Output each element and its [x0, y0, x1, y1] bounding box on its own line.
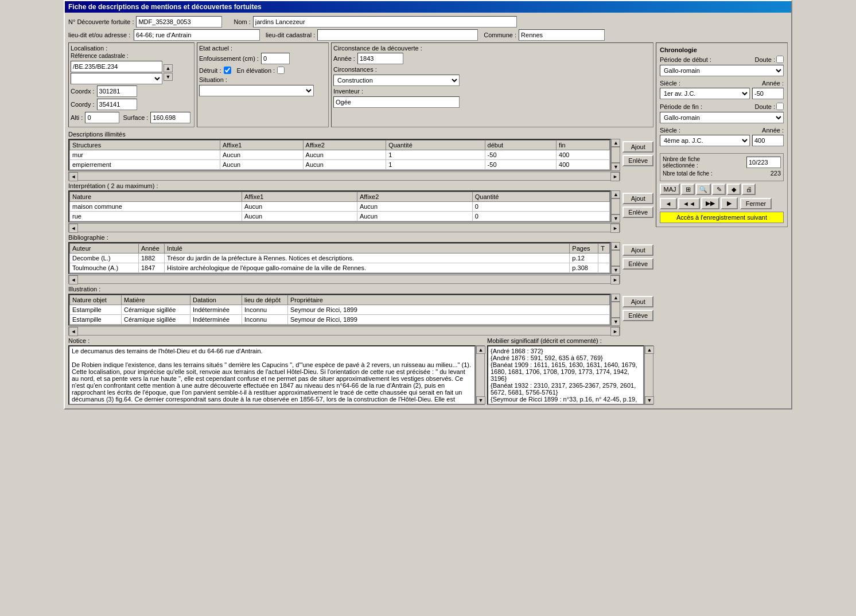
detruit-label: Détruit : — [199, 67, 221, 74]
desc-col-structures: Structures — [70, 141, 220, 150]
reference-select[interactable] — [71, 73, 162, 84]
table-cell: 1847 — [139, 263, 165, 273]
table-cell: 0 — [472, 202, 610, 212]
table-row[interactable]: EstampilleCéramique sigilléeIndéterminée… — [70, 305, 610, 315]
reference-down-btn[interactable]: ▼ — [164, 73, 173, 81]
surface-input[interactable] — [150, 112, 190, 123]
maj-btn[interactable]: MAJ — [660, 184, 680, 195]
decouverte-input[interactable] — [136, 16, 222, 28]
illustration-enleve-btn[interactable]: Enlève — [622, 310, 653, 321]
annee-input[interactable] — [357, 53, 403, 64]
lieu-dit-input[interactable] — [134, 29, 260, 41]
situation-select[interactable] — [199, 85, 314, 96]
search-icon-btn[interactable]: 🔍 — [696, 184, 711, 195]
table-row[interactable]: Decombe (L.)1882Trésor du jardin de la p… — [70, 254, 610, 263]
acces-enregistrement[interactable]: Accès à l'enregistrement suivant — [660, 212, 784, 223]
periode-fin-select[interactable]: Gallo-romain — [660, 112, 784, 123]
circonstances-select[interactable]: Construction — [333, 75, 460, 86]
table-row[interactable]: EstampilleCéramique sigilléeIndéterminée… — [70, 315, 610, 325]
decouverte-label: N° Découverte fortuite : — [68, 18, 134, 25]
reference-up-btn[interactable]: ▲ — [164, 64, 173, 72]
illus-scroll-left[interactable]: ◄ — [69, 327, 78, 336]
print-icon-btn[interactable]: 🖨 — [742, 184, 756, 195]
nom-label: Nom : — [234, 18, 250, 25]
interp-scroll-left[interactable]: ◄ — [69, 224, 78, 233]
bibliographie-enleve-btn[interactable]: Enlève — [622, 258, 653, 270]
interpretation-enleve-btn[interactable]: Enlève — [622, 206, 653, 218]
interpretation-ajout-btn[interactable]: Ajout — [622, 193, 653, 204]
commune-input[interactable] — [519, 29, 605, 41]
bib-scroll-left[interactable]: ◄ — [69, 275, 78, 284]
doute-fin-label: Doute : — [755, 103, 775, 110]
desc-scroll-down[interactable]: ▼ — [611, 163, 620, 171]
nav-prev-prev-btn[interactable]: ◄◄ — [678, 198, 700, 209]
coordx-label: Coordx : — [71, 88, 95, 95]
table-row[interactable]: maison communeAucunAucun0 — [70, 202, 610, 212]
enfouissement-input[interactable] — [261, 53, 290, 64]
bib-scroll-up[interactable]: ▲ — [611, 242, 620, 250]
table-cell: Inconnu — [242, 315, 288, 325]
nav-last-btn[interactable]: ▶ — [721, 197, 738, 209]
interp-scroll-up[interactable]: ▲ — [611, 190, 620, 198]
illustration-label: Illustration : — [68, 286, 620, 293]
siecle-debut-select[interactable]: 1er av. J.C. — [660, 88, 750, 99]
annee-fin-input[interactable] — [752, 135, 784, 146]
interp-scroll-right[interactable]: ► — [610, 224, 620, 233]
bib-scroll-right[interactable]: ► — [610, 275, 620, 284]
notice-scroll-down[interactable]: ▼ — [476, 396, 485, 404]
bib-scroll-down[interactable]: ▼ — [611, 266, 620, 274]
reference-input[interactable] — [71, 61, 162, 72]
bib-col-auteur: Auteur — [70, 244, 139, 254]
bibliographie-table: Auteur Année Intulé Pages T — [69, 243, 610, 273]
illustration-ajout-btn[interactable]: Ajout — [622, 296, 653, 307]
table-row[interactable]: Toulmouche (A.)1847Histoire archéologiqu… — [70, 263, 610, 273]
mobilier-scroll-down[interactable]: ▼ — [645, 396, 654, 404]
descriptions-enleve-btn[interactable]: Enlève — [622, 155, 653, 166]
nav-next-next-btn[interactable]: ▶▶ — [701, 197, 719, 209]
table-cell — [598, 254, 610, 263]
table-cell: Indéterminée — [190, 315, 242, 325]
illus-scroll-up[interactable]: ▲ — [611, 294, 620, 302]
en-elevation-checkbox[interactable] — [277, 67, 285, 74]
enfouissement-label: Enfouissement (cm) : — [199, 55, 259, 62]
desc-scroll-up[interactable]: ▲ — [611, 139, 620, 147]
table-row[interactable]: empierrementAucunAucun1-50400 — [70, 160, 610, 170]
periode-fin-label: Période de fin : — [660, 103, 702, 110]
nnbre-fiche-input[interactable] — [746, 157, 781, 168]
lieu-dit-cadastral-input[interactable] — [317, 29, 478, 41]
inventeur-input[interactable] — [333, 96, 460, 108]
fermer-btn[interactable]: Fermer — [740, 198, 772, 209]
descriptions-ajout-btn[interactable]: Ajout — [622, 141, 653, 153]
illus-scroll-down[interactable]: ▼ — [611, 318, 620, 326]
annee-debut-input[interactable] — [752, 88, 784, 99]
table-row[interactable]: murAucunAucun1-50400 — [70, 150, 610, 160]
notice-textarea[interactable] — [68, 345, 476, 405]
desc-scroll-left[interactable]: ◄ — [69, 172, 78, 181]
diamond-icon-btn[interactable]: ◆ — [727, 184, 741, 195]
interp-scroll-down[interactable]: ▼ — [611, 215, 620, 223]
mobilier-textarea[interactable] — [487, 345, 644, 405]
bibliographie-ajout-btn[interactable]: Ajout — [622, 244, 653, 256]
edit-icon-btn[interactable]: ✎ — [712, 184, 726, 195]
situation-label: Situation : — [199, 76, 227, 83]
coordy-input[interactable] — [97, 99, 137, 110]
inventeur-label: Inventeur : — [333, 88, 363, 95]
alti-input[interactable] — [85, 112, 119, 123]
coordx-input[interactable] — [97, 85, 137, 97]
bib-col-t: T — [598, 244, 610, 254]
notice-scroll-up[interactable]: ▲ — [476, 346, 485, 354]
siecle-fin-select[interactable]: 4ème ap. J.C. — [660, 135, 750, 146]
doute-debut-checkbox[interactable] — [776, 56, 784, 63]
table-row[interactable]: rueAucunAucun0 — [70, 212, 610, 221]
detruit-checkbox[interactable] — [224, 67, 231, 74]
illus-col-proprietaire: Propriétaire — [288, 295, 610, 305]
nom-input[interactable] — [253, 16, 517, 28]
mobilier-scroll-up[interactable]: ▲ — [645, 346, 654, 354]
nav-first-btn[interactable]: ◄ — [660, 198, 677, 209]
table-cell: Céramique sigillée — [122, 315, 190, 325]
doute-fin-checkbox[interactable] — [776, 103, 784, 110]
periode-debut-select[interactable]: Gallo-romain — [660, 65, 784, 76]
grid-icon-btn[interactable]: ⊞ — [681, 184, 695, 195]
desc-scroll-right[interactable]: ► — [610, 172, 620, 181]
illus-scroll-right[interactable]: ► — [610, 327, 620, 336]
